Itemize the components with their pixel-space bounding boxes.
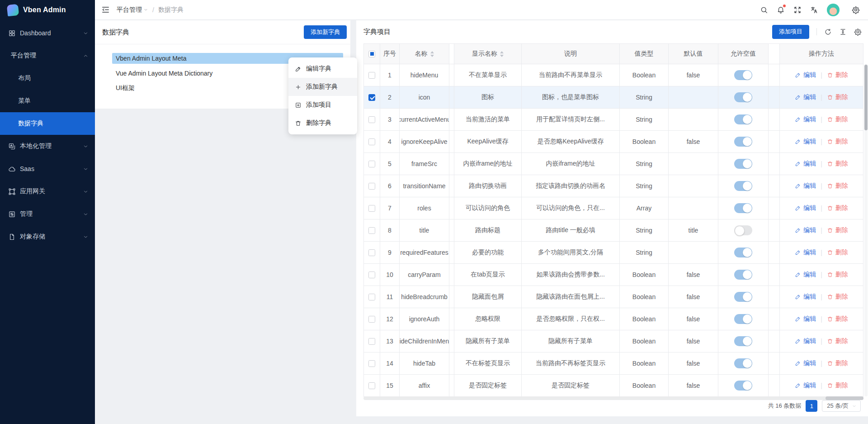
sort-control[interactable]	[430, 51, 434, 57]
allow-empty-toggle[interactable]	[734, 159, 752, 169]
delete-button[interactable]: 删除	[827, 226, 848, 234]
delete-button[interactable]: 删除	[827, 182, 848, 190]
edit-button[interactable]: 编辑	[795, 71, 816, 79]
edit-button[interactable]: 编辑	[795, 93, 816, 101]
translate-icon[interactable]	[810, 6, 818, 14]
edit-button[interactable]: 编辑	[795, 271, 816, 279]
delete-button[interactable]: 删除	[827, 93, 848, 101]
row-checkbox[interactable]	[368, 161, 375, 167]
add-item-button[interactable]: 添加项目	[772, 25, 809, 38]
delete-button[interactable]: 删除	[827, 204, 848, 212]
edit-button[interactable]: 编辑	[795, 138, 816, 146]
edit-button[interactable]: 编辑	[795, 115, 816, 124]
allow-empty-toggle[interactable]	[734, 292, 752, 302]
allow-empty-toggle[interactable]	[734, 336, 752, 346]
user-avatar[interactable]	[827, 4, 840, 16]
row-height-icon[interactable]	[839, 28, 847, 36]
sidebar-item-对象存储[interactable]: 对象存储	[0, 225, 95, 248]
sidebar-item-本地化管理[interactable]: 本地化管理	[0, 135, 95, 157]
delete-button[interactable]: 删除	[827, 315, 848, 323]
delete-button[interactable]: 删除	[827, 381, 848, 390]
add-dictionary-button[interactable]: 添加新字典	[304, 25, 347, 39]
edit-button[interactable]: 编辑	[795, 293, 816, 301]
page-button[interactable]: 1	[806, 400, 817, 412]
cell-actions: 编辑|删除	[779, 109, 863, 130]
allow-empty-toggle[interactable]	[734, 181, 752, 191]
delete-button[interactable]: 删除	[827, 160, 848, 168]
row-checkbox[interactable]	[368, 382, 375, 389]
allow-empty-toggle[interactable]	[734, 314, 752, 324]
menu-fold-icon[interactable]	[101, 5, 110, 14]
delete-button[interactable]: 删除	[827, 337, 848, 345]
app-logo[interactable]: Vben Admin	[0, 0, 95, 20]
allow-empty-toggle[interactable]	[734, 70, 752, 80]
edit-button[interactable]: 编辑	[795, 337, 816, 345]
allow-empty-toggle[interactable]	[734, 270, 752, 280]
row-checkbox[interactable]	[368, 227, 375, 234]
row-checkbox[interactable]	[368, 316, 375, 323]
sidebar-item-菜单[interactable]: 菜单	[0, 90, 95, 112]
context-menu-item-编辑字典[interactable]: 编辑字典	[288, 60, 357, 78]
edit-button[interactable]: 编辑	[795, 160, 816, 168]
sidebar-item-布局[interactable]: 布局	[0, 67, 95, 90]
allow-empty-toggle[interactable]	[734, 381, 752, 391]
delete-button[interactable]: 删除	[827, 138, 848, 146]
row-checkbox[interactable]	[368, 72, 375, 79]
row-checkbox[interactable]	[368, 183, 375, 190]
row-checkbox[interactable]	[368, 94, 375, 101]
edit-button[interactable]: 编辑	[795, 182, 816, 190]
row-checkbox[interactable]	[368, 249, 375, 256]
edit-button[interactable]: 编辑	[795, 248, 816, 257]
row-checkbox[interactable]	[368, 360, 375, 367]
edit-button[interactable]: 编辑	[795, 359, 816, 367]
delete-button[interactable]: 删除	[827, 271, 848, 279]
edit-button[interactable]: 编辑	[795, 315, 816, 323]
sidebar-item-saas[interactable]: Saas	[0, 157, 95, 180]
allow-empty-toggle[interactable]	[734, 203, 752, 213]
notifications-button[interactable]	[777, 6, 785, 14]
search-icon[interactable]	[760, 6, 768, 14]
delete-button[interactable]: 删除	[827, 71, 848, 79]
cell-nullable	[718, 219, 769, 241]
delete-button[interactable]: 删除	[827, 359, 848, 367]
settings-icon[interactable]	[852, 6, 860, 14]
fullscreen-icon[interactable]	[793, 6, 802, 14]
allow-empty-toggle[interactable]	[734, 137, 752, 147]
refresh-icon[interactable]	[824, 28, 832, 36]
breadcrumb-section[interactable]: 平台管理	[117, 6, 148, 14]
allow-empty-toggle[interactable]	[734, 92, 752, 102]
sidebar-item-平台管理[interactable]: 平台管理	[0, 44, 95, 67]
cell-type: String	[620, 153, 669, 175]
row-checkbox[interactable]	[368, 338, 375, 345]
cell-name: hideTab	[400, 353, 449, 374]
context-menu-item-添加新字典[interactable]: 添加新字典	[288, 78, 357, 96]
allow-empty-toggle[interactable]	[734, 225, 752, 235]
allow-empty-toggle[interactable]	[734, 248, 752, 257]
edit-button[interactable]: 编辑	[795, 204, 816, 212]
allow-empty-toggle[interactable]	[734, 358, 752, 368]
row-checkbox[interactable]	[368, 294, 375, 300]
table-settings-icon[interactable]	[854, 28, 862, 36]
sidebar-item-数据字典[interactable]: 数据字典	[0, 112, 95, 135]
edit-button[interactable]: 编辑	[795, 381, 816, 390]
cell-actions: 编辑|删除	[779, 264, 863, 286]
table-row: 13hideChildrenInMenu隐藏所有子菜单隐藏所有子菜单Boolea…	[363, 330, 863, 353]
edit-button[interactable]: 编辑	[795, 226, 816, 234]
vertical-scrollbar-thumb[interactable]	[864, 65, 868, 130]
row-checkbox[interactable]	[368, 272, 375, 278]
context-menu-item-添加项目[interactable]: 添加项目	[288, 96, 357, 114]
delete-button[interactable]: 删除	[827, 293, 848, 301]
context-menu-item-删除字典[interactable]: 删除字典	[288, 114, 357, 132]
row-checkbox[interactable]	[368, 205, 375, 212]
delete-button[interactable]: 删除	[827, 248, 848, 257]
page-size-select[interactable]: 25 条/页	[822, 400, 861, 412]
select-all-checkbox[interactable]	[368, 51, 375, 57]
allow-empty-toggle[interactable]	[734, 114, 752, 124]
row-checkbox[interactable]	[368, 138, 375, 145]
sidebar-item-应用网关[interactable]: 应用网关	[0, 180, 95, 203]
sort-control[interactable]	[500, 51, 504, 57]
delete-button[interactable]: 删除	[827, 115, 848, 124]
sidebar-item-dashboard[interactable]: Dashboard	[0, 22, 95, 44]
row-checkbox[interactable]	[368, 116, 375, 123]
sidebar-item-管理[interactable]: 管理	[0, 203, 95, 225]
